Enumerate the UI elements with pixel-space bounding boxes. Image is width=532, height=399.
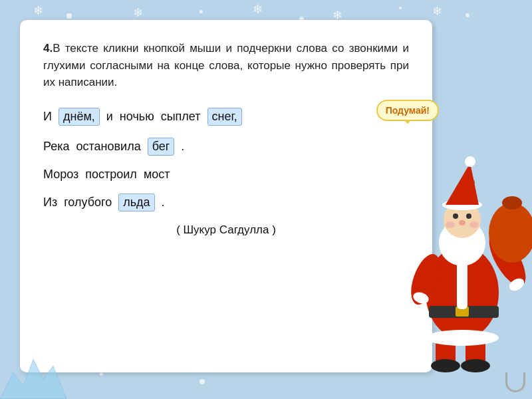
svg-point-25 <box>446 221 455 228</box>
poem-punctuation: . <box>162 196 165 209</box>
snowflake-icon: ❄ <box>33 3 43 18</box>
poem-word[interactable]: мост <box>144 168 170 182</box>
poem-word[interactable]: сыплет <box>161 110 201 124</box>
instruction-text: 4.В тексте кликни кнопкой мыши и подчерк… <box>43 40 409 91</box>
poem-line-1: И днём, и ночью сыплет снег, <box>43 108 409 126</box>
poem-word-highlighted[interactable]: льда <box>118 194 154 211</box>
poem-word[interactable]: И <box>43 110 52 124</box>
poem-punctuation: . <box>181 140 184 154</box>
snowflake-icon: ❄ <box>133 5 143 20</box>
svg-point-7 <box>431 359 460 372</box>
svg-point-22 <box>453 213 458 219</box>
svg-marker-30 <box>0 359 66 399</box>
instruction-number: 4. <box>43 42 53 55</box>
svg-marker-28 <box>446 163 479 205</box>
poem-word-highlighted[interactable]: снег, <box>207 108 242 126</box>
snowflake-icon: ❄ <box>432 4 442 19</box>
svg-point-29 <box>465 156 475 167</box>
svg-point-8 <box>461 359 490 372</box>
poem-word[interactable]: ночью <box>120 110 154 124</box>
svg-point-23 <box>466 213 471 219</box>
svg-point-24 <box>459 220 466 225</box>
ice-decoration <box>0 346 66 399</box>
poem-word-highlighted[interactable]: днём, <box>59 108 100 126</box>
santa-figure <box>409 20 532 372</box>
poem-word[interactable]: Река <box>43 140 70 154</box>
main-card: 4.В тексте кликни кнопкой мыши и подчерк… <box>20 20 432 372</box>
poem-line-4: Из голубого льда . <box>43 194 409 211</box>
poem-content: И днём, и ночью сыплет снег, Река остано… <box>43 108 409 237</box>
poem-word[interactable]: и <box>106 110 113 124</box>
scroll-indicator[interactable] <box>505 372 525 392</box>
svg-point-26 <box>469 221 479 228</box>
poem-word[interactable]: построил <box>85 168 137 182</box>
think-bubble: Подумай! <box>376 100 439 121</box>
poem-author: ( Шукур Сагдулла ) <box>43 223 409 237</box>
poem-word[interactable]: Из <box>43 196 57 209</box>
poem-word[interactable]: голубого <box>64 196 112 209</box>
poem-line-3: Мороз построил мост <box>43 168 409 182</box>
poem-word[interactable]: Мороз <box>43 168 78 182</box>
poem-word[interactable]: остановила <box>76 140 141 154</box>
svg-point-12 <box>502 196 522 209</box>
poem-line-2: Река остановила бег . <box>43 138 409 156</box>
poem-word-highlighted[interactable]: бег <box>148 138 175 156</box>
svg-point-13 <box>426 330 499 346</box>
snowflake-icon: ❄ <box>253 2 263 17</box>
